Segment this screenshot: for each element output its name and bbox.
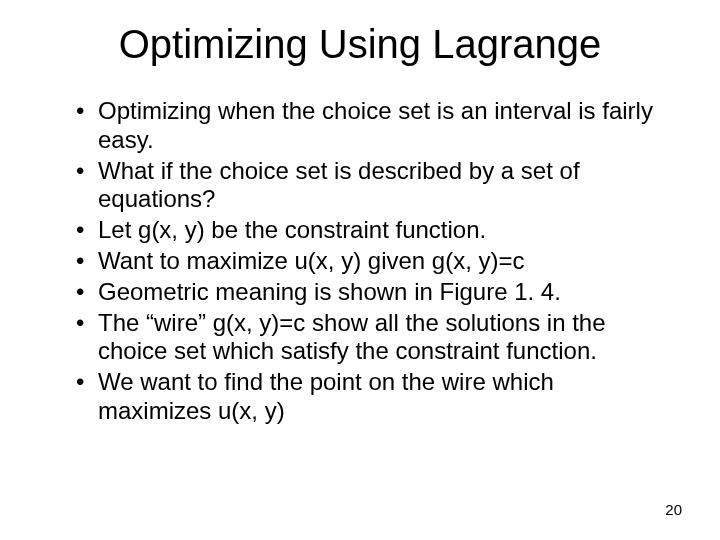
bullet-item: Want to maximize u(x, y) given g(x, y)=c bbox=[78, 247, 664, 276]
slide: Optimizing Using Lagrange Optimizing whe… bbox=[0, 0, 720, 540]
page-number: 20 bbox=[665, 501, 682, 518]
bullet-item: Let g(x, y) be the constraint function. bbox=[78, 216, 664, 245]
slide-title: Optimizing Using Lagrange bbox=[56, 22, 664, 67]
bullet-item: We want to find the point on the wire wh… bbox=[78, 368, 664, 426]
bullet-item: Optimizing when the choice set is an int… bbox=[78, 97, 664, 155]
bullet-item: What if the choice set is described by a… bbox=[78, 157, 664, 215]
bullet-item: The “wire” g(x, y)=c show all the soluti… bbox=[78, 309, 664, 367]
bullet-item: Geometric meaning is shown in Figure 1. … bbox=[78, 278, 664, 307]
bullet-list: Optimizing when the choice set is an int… bbox=[56, 97, 664, 426]
